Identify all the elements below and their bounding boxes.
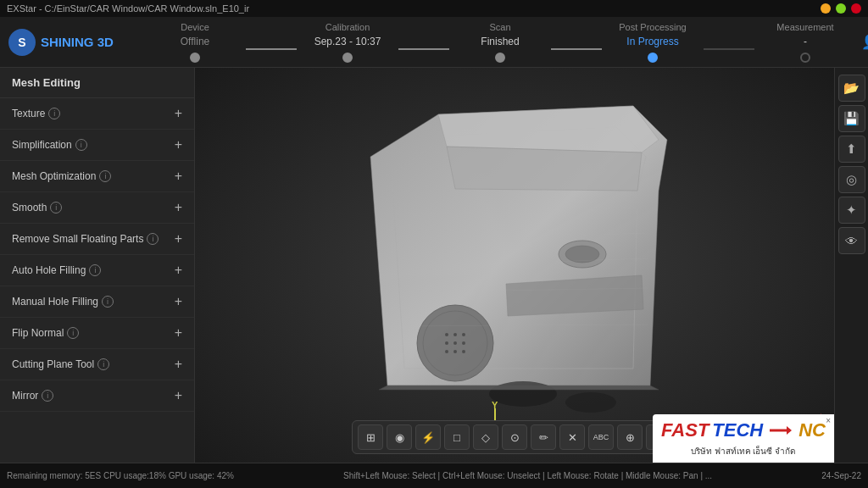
pipeline-dot-scan	[495, 53, 505, 63]
auto-hole-info-icon[interactable]: i	[89, 264, 101, 276]
flip-normal-info-icon[interactable]: i	[67, 327, 79, 339]
window-controls[interactable]	[821, 3, 861, 14]
svg-point-11	[453, 350, 457, 353]
texture-info-icon[interactable]: i	[48, 108, 60, 119]
texture-add-icon[interactable]: +	[175, 106, 182, 121]
sidebar-item-flip-normal[interactable]: Flip Normal i +	[0, 318, 194, 349]
cutting-plane-add-icon[interactable]: +	[175, 357, 182, 372]
viewport-toolbar: ⊞ ◉ ⚡ □ ◇ ⊙ ✏ ✕ ABC ⊕ ⊞	[352, 420, 677, 454]
vp-add-btn[interactable]: ⊕	[617, 424, 643, 450]
sidebar: Mesh Editing Texture i + Simplification …	[0, 68, 195, 463]
svg-point-9	[462, 341, 465, 345]
svg-point-8	[453, 341, 457, 345]
sidebar-item-remove-floating[interactable]: Remove Small Floating Parts i +	[0, 224, 194, 255]
simplification-add-icon[interactable]: +	[175, 137, 182, 152]
sidebar-item-mesh-optimization[interactable]: Mesh Optimization i +	[0, 161, 194, 192]
manual-hole-info-icon[interactable]: i	[102, 296, 114, 308]
pipeline-label-scan: Scan	[489, 22, 510, 32]
logo-area: S SHINING 3D	[8, 29, 144, 56]
pipeline-step-scan[interactable]: Scan Finished	[449, 22, 551, 63]
mesh-opt-info-icon[interactable]: i	[99, 170, 111, 182]
sidebar-item-smooth-left: Smooth i	[12, 202, 62, 214]
pipeline-dot-device	[190, 53, 200, 63]
sidebar-item-mirror-left: Mirror i	[12, 390, 53, 402]
rp-star-btn[interactable]: ✦	[838, 197, 865, 224]
svg-point-1	[565, 246, 599, 263]
sidebar-item-flip-normal-left: Flip Normal i	[12, 327, 79, 339]
simplification-info-icon[interactable]: i	[75, 139, 87, 151]
pipeline-value-calibration: Sep.23 - 10:37	[314, 36, 381, 47]
vp-lightning-btn[interactable]: ⚡	[415, 424, 441, 450]
logo-icon: S	[8, 29, 36, 56]
auto-hole-add-icon[interactable]: +	[175, 263, 182, 278]
pipeline-step-device[interactable]: Device Offline	[144, 22, 246, 63]
watermark-overlay: × FAST TECH NC บริษัท ฟาสท์เทค เอ็นซี จำ…	[653, 414, 834, 463]
sidebar-item-texture[interactable]: Texture i +	[0, 98, 194, 130]
mesh-opt-add-icon[interactable]: +	[175, 169, 182, 184]
pipeline-value-measurement: -	[804, 36, 807, 47]
viewport[interactable]: Y ↙ ⊞ ◉ ⚡ □ ◇ ⊙ ✏ ✕ ABC ⊕ ⊞ × FAST TECH	[195, 68, 834, 463]
manual-hole-add-icon[interactable]: +	[175, 294, 182, 309]
rp-eye-btn[interactable]: 👁	[838, 227, 865, 254]
remove-floating-info-icon[interactable]: i	[147, 233, 159, 245]
sidebar-item-remove-floating-left: Remove Small Floating Parts i	[12, 233, 159, 245]
maximize-btn[interactable]	[836, 3, 846, 14]
vp-grid-btn[interactable]: ⊞	[358, 424, 383, 450]
window-title: EXStar - C:/EinStar/CAR Window/CAR Windo…	[7, 3, 249, 14]
remove-floating-add-icon[interactable]: +	[175, 231, 182, 247]
pipeline-step-post[interactable]: Post Processing In Progress	[602, 22, 704, 63]
3d-mesh-view	[337, 89, 693, 428]
flip-normal-add-icon[interactable]: +	[175, 325, 182, 341]
mirror-add-icon[interactable]: +	[175, 388, 182, 403]
sidebar-item-mesh-opt-left: Mesh Optimization i	[12, 170, 111, 182]
status-date: 24-Sep-22	[821, 471, 861, 480]
sidebar-item-auto-hole-left: Auto Hole Filling i	[12, 264, 101, 276]
logo-text: SHINING 3D	[41, 35, 114, 49]
watermark-logo: FAST TECH NC	[661, 419, 826, 441]
vp-circle-btn[interactable]: ⊙	[502, 424, 527, 450]
vp-pen-btn[interactable]: ✏	[531, 424, 556, 450]
watermark-close-btn[interactable]: ×	[826, 416, 831, 425]
rp-sphere-btn[interactable]: ◎	[838, 166, 865, 193]
watermark-brand-fast: FAST	[661, 419, 709, 441]
vp-rect-select-btn[interactable]: □	[444, 424, 470, 450]
status-left: Remaining memory: 5ES CPU usage:18% GPU …	[7, 471, 234, 480]
svg-point-12	[462, 350, 465, 353]
sidebar-item-auto-hole[interactable]: Auto Hole Filling i +	[0, 255, 194, 286]
nav-icons: 👤 ⤢ ⚙ ?	[856, 29, 868, 56]
vp-layers-btn[interactable]: ◉	[387, 424, 412, 450]
sidebar-item-manual-hole-left: Manual Hole Filling i	[12, 296, 114, 308]
sidebar-item-smooth[interactable]: Smooth i +	[0, 192, 194, 224]
svg-point-6	[462, 333, 465, 336]
pipeline-label-device: Device	[181, 22, 209, 32]
sidebar-item-manual-hole[interactable]: Manual Hole Filling i +	[0, 286, 194, 318]
mirror-info-icon[interactable]: i	[42, 390, 53, 402]
svg-marker-16	[787, 426, 792, 435]
rp-folder-btn[interactable]: 📂	[838, 75, 865, 102]
pipeline-dot-measurement	[800, 53, 810, 63]
vp-lasso-btn[interactable]: ◇	[473, 424, 498, 450]
close-btn[interactable]	[851, 3, 861, 14]
rp-upload-btn[interactable]: ⬆	[838, 136, 865, 163]
pipeline-step-calibration[interactable]: Calibration Sep.23 - 10:37	[297, 22, 398, 63]
sidebar-title: Mesh Editing	[0, 68, 194, 98]
sidebar-item-simplification[interactable]: Simplification i +	[0, 130, 194, 161]
vp-erase-btn[interactable]: ✕	[559, 424, 585, 450]
sidebar-item-cutting-plane[interactable]: Cutting Plane Tool i +	[0, 349, 194, 380]
smooth-info-icon[interactable]: i	[50, 202, 62, 214]
rp-save-btn[interactable]: 💾	[838, 105, 865, 132]
cutting-plane-info-icon[interactable]: i	[97, 358, 109, 370]
title-bar: EXStar - C:/EinStar/CAR Window/CAR Windo…	[0, 0, 868, 17]
sidebar-item-texture-left: Texture i	[12, 108, 60, 119]
sidebar-item-mirror[interactable]: Mirror i +	[0, 380, 194, 412]
smooth-add-icon[interactable]: +	[175, 200, 182, 215]
minimize-btn[interactable]	[821, 3, 831, 14]
pipeline-line-4	[704, 48, 754, 50]
pipeline-label-post: Post Processing	[619, 22, 686, 32]
pipeline-line-2	[398, 48, 449, 50]
user-icon-btn[interactable]: 👤	[856, 29, 868, 56]
pipeline-step-measurement[interactable]: Measurement -	[754, 22, 856, 63]
vp-text-btn[interactable]: ABC	[588, 424, 614, 450]
pipeline-dot-post	[648, 53, 658, 63]
status-right: Shift+Left Mouse: Select | Ctrl+Left Mou…	[343, 471, 712, 480]
